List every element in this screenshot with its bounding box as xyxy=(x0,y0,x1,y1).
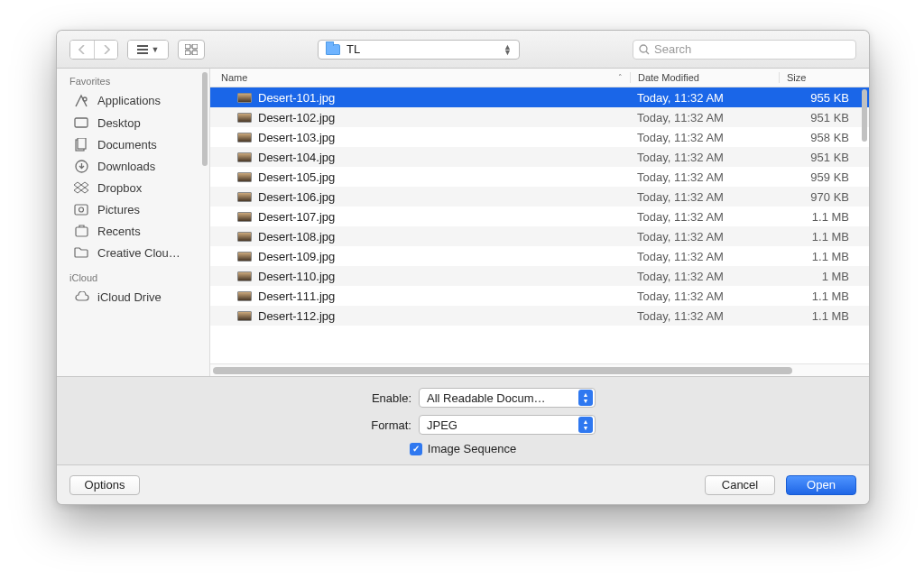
open-dialog: ▼ TL ▲▼ Search Favorites Applications xyxy=(56,30,870,505)
sidebar-item-downloads[interactable]: Downloads xyxy=(57,155,209,177)
image-sequence-row: ✓ Image Sequence xyxy=(57,442,869,455)
file-row[interactable]: Desert-101.jpgToday, 11:32 AM955 KB xyxy=(210,87,869,107)
sidebar-item-label: Downloads xyxy=(97,160,202,173)
column-header-date[interactable]: Date Modified xyxy=(630,72,779,83)
format-select[interactable]: JPEG ▲▼ xyxy=(419,415,596,435)
svg-line-5 xyxy=(646,51,649,54)
horizontal-scrollbar-area xyxy=(210,363,869,376)
sidebar-item-label: Desktop xyxy=(97,116,202,130)
sidebar: Favorites Applications Desktop Documents… xyxy=(57,69,210,376)
search-placeholder: Search xyxy=(654,42,691,56)
file-row[interactable]: Desert-111.jpgToday, 11:32 AM1.1 MB xyxy=(210,286,869,306)
toolbar: ▼ TL ▲▼ Search xyxy=(57,31,869,69)
file-row[interactable]: Desert-103.jpgToday, 11:32 AM958 KB xyxy=(210,127,869,147)
file-name: Desert-106.jpg xyxy=(258,190,335,204)
file-row[interactable]: Desert-108.jpgToday, 11:32 AM1.1 MB xyxy=(210,226,869,246)
horizontal-scrollbar[interactable] xyxy=(213,367,792,374)
file-size: 951 KB xyxy=(779,151,869,164)
list-view-icon xyxy=(137,45,148,54)
sidebar-item-pictures[interactable]: Pictures xyxy=(57,198,209,220)
file-name: Desert-111.jpg xyxy=(258,290,335,303)
forward-button[interactable] xyxy=(94,41,117,59)
chevron-down-icon: ▼ xyxy=(152,45,160,54)
options-button[interactable]: Options xyxy=(69,475,140,495)
file-size: 951 KB xyxy=(779,111,869,124)
file-size: 970 KB xyxy=(779,190,869,204)
column-header-label: Date Modified xyxy=(638,72,699,83)
file-date: Today, 11:32 AM xyxy=(630,210,779,224)
dialog-body: Favorites Applications Desktop Documents… xyxy=(57,69,869,376)
sidebar-heading-icloud: iCloud xyxy=(57,269,209,286)
options-panel: Enable: All Readable Docum… ▲▼ Format: J… xyxy=(57,376,869,464)
updown-icon: ▲▼ xyxy=(504,44,512,55)
file-thumbnail-icon xyxy=(237,152,252,162)
file-date: Today, 11:32 AM xyxy=(630,290,779,303)
sidebar-item-label: Pictures xyxy=(97,203,202,216)
folder-selector[interactable]: TL ▲▼ xyxy=(318,40,520,60)
sidebar-scrollbar[interactable] xyxy=(202,72,208,166)
file-thumbnail-icon xyxy=(237,271,252,281)
sidebar-heading-favorites: Favorites xyxy=(57,72,209,89)
file-size: 958 KB xyxy=(779,131,869,144)
folder-generic-icon xyxy=(73,247,89,258)
image-sequence-checkbox[interactable]: ✓ xyxy=(410,443,422,455)
sidebar-item-documents[interactable]: Documents xyxy=(57,133,209,155)
folder-icon xyxy=(326,44,340,55)
chevron-left-icon xyxy=(79,45,86,54)
dropbox-icon xyxy=(73,181,89,194)
file-row[interactable]: Desert-112.jpgToday, 11:32 AM1.1 MB xyxy=(210,306,869,326)
file-row[interactable]: Desert-104.jpgToday, 11:32 AM951 KB xyxy=(210,147,869,167)
sidebar-item-icloud-drive[interactable]: iCloud Drive xyxy=(57,286,209,308)
file-row[interactable]: Desert-109.jpgToday, 11:32 AM1.1 MB xyxy=(210,246,869,266)
file-date: Today, 11:32 AM xyxy=(630,151,779,164)
file-name: Desert-107.jpg xyxy=(258,210,335,224)
file-row[interactable]: Desert-107.jpgToday, 11:32 AM1.1 MB xyxy=(210,207,869,226)
footer: Options Cancel Open xyxy=(57,464,869,504)
desktop-icon xyxy=(73,117,89,129)
open-button[interactable]: Open xyxy=(786,475,856,495)
cancel-button[interactable]: Cancel xyxy=(705,475,775,495)
file-date: Today, 11:32 AM xyxy=(630,309,779,323)
file-thumbnail-icon xyxy=(237,192,252,202)
file-row[interactable]: Desert-105.jpgToday, 11:32 AM959 KB xyxy=(210,167,869,187)
svg-rect-7 xyxy=(75,118,88,127)
file-row[interactable]: Desert-102.jpgToday, 11:32 AM951 KB xyxy=(210,107,869,127)
svg-rect-3 xyxy=(192,51,198,55)
file-size: 1.1 MB xyxy=(779,230,869,244)
chevron-right-icon xyxy=(103,45,110,54)
sidebar-item-label: Applications xyxy=(97,94,202,107)
svg-rect-0 xyxy=(185,44,190,49)
folder-name: TL xyxy=(346,42,504,56)
view-mode-selector[interactable]: ▼ xyxy=(127,40,169,60)
sidebar-item-dropbox[interactable]: Dropbox xyxy=(57,177,209,198)
search-input[interactable]: Search xyxy=(633,40,856,60)
recents-icon xyxy=(73,225,89,237)
file-name: Desert-110.jpg xyxy=(258,270,335,283)
format-value: JPEG xyxy=(427,418,578,432)
file-size: 955 KB xyxy=(779,91,869,105)
sidebar-item-creative-cloud[interactable]: Creative Clou… xyxy=(57,242,209,263)
select-stepper-icon: ▲▼ xyxy=(578,390,593,406)
sidebar-item-applications[interactable]: Applications xyxy=(57,89,209,112)
file-list-scrollbar[interactable] xyxy=(862,89,867,142)
file-row[interactable]: Desert-106.jpgToday, 11:32 AM970 KB xyxy=(210,187,869,207)
file-thumbnail-icon xyxy=(237,311,252,321)
file-size: 1.1 MB xyxy=(779,250,869,263)
column-header-label: Size xyxy=(787,72,806,83)
file-size: 1.1 MB xyxy=(779,290,869,303)
sidebar-item-recents[interactable]: Recents xyxy=(57,220,209,242)
file-name: Desert-103.jpg xyxy=(258,131,335,144)
grid-group-icon xyxy=(185,44,198,55)
file-thumbnail-icon xyxy=(237,291,252,301)
column-header-size[interactable]: Size xyxy=(779,72,869,83)
file-name: Desert-101.jpg xyxy=(258,91,335,105)
enable-select[interactable]: All Readable Docum… ▲▼ xyxy=(419,388,596,408)
back-button[interactable] xyxy=(70,41,94,59)
column-header-name[interactable]: Name ˄ xyxy=(210,72,630,83)
sidebar-item-desktop[interactable]: Desktop xyxy=(57,112,209,133)
group-by-button[interactable] xyxy=(178,40,205,60)
file-thumbnail-icon xyxy=(237,232,252,242)
image-sequence-label: Image Sequence xyxy=(428,442,516,455)
file-list: Name ˄ Date Modified Size Desert-101.jpg… xyxy=(210,69,869,376)
file-row[interactable]: Desert-110.jpgToday, 11:32 AM1 MB xyxy=(210,266,869,286)
